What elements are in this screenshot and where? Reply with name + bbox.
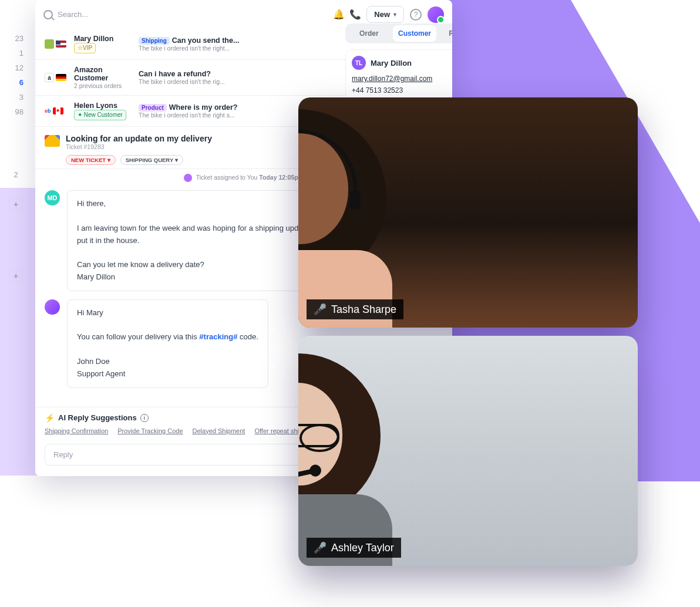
customer-name: Mary Dillon bbox=[74, 35, 133, 43]
bell-icon[interactable]: 🔔 bbox=[334, 9, 344, 20]
product-tag: Product bbox=[139, 104, 167, 112]
tab-return[interactable]: Return bbox=[438, 25, 452, 42]
info-icon[interactable]: i bbox=[140, 414, 149, 422]
flag-ca-icon bbox=[53, 107, 63, 114]
count-2[interactable]: 2 bbox=[14, 170, 18, 179]
help-icon[interactable]: ? bbox=[410, 9, 422, 21]
tracking-link[interactable]: #tracking# bbox=[199, 332, 237, 341]
agent-avatar bbox=[45, 299, 60, 315]
mic-muted-icon: 🎤 bbox=[314, 303, 327, 316]
customer-name: Amazon Customer bbox=[74, 66, 133, 82]
ebay-icon: eb bbox=[45, 109, 51, 114]
customer-avatar: MD bbox=[45, 190, 60, 205]
new-button[interactable]: New▾ bbox=[366, 6, 404, 23]
video-participant-2: 🎤 Ashley Taylor bbox=[298, 336, 638, 566]
count-98[interactable]: 98 bbox=[15, 107, 23, 116]
phone-icon[interactable]: 📞 bbox=[350, 9, 361, 20]
shipping-query-chip[interactable]: SHIPPING QUERY ▾ bbox=[120, 155, 183, 165]
bolt-icon: ⚡ bbox=[45, 413, 55, 423]
search-icon bbox=[43, 10, 53, 19]
count-1[interactable]: 1 bbox=[19, 49, 23, 58]
ai-suggestion[interactable]: Provide Tracking Code bbox=[117, 427, 183, 434]
customer-name: Helen Lyons bbox=[74, 102, 133, 110]
count-12[interactable]: 12 bbox=[15, 63, 23, 72]
customer-card: TL Mary Dillon ⋮ mary.dillon72@gmail.com… bbox=[345, 49, 452, 101]
customer-initials: TL bbox=[352, 56, 366, 70]
amazon-icon: a bbox=[45, 73, 54, 82]
agent-message: Hi Mary You can follow your delivery via… bbox=[67, 299, 268, 388]
shipping-tag: Shipping bbox=[139, 37, 170, 45]
ai-heading: AI Reply Suggestions bbox=[58, 413, 137, 422]
gmail-icon bbox=[45, 135, 60, 147]
vip-badge: ☆VIP bbox=[74, 43, 96, 53]
chevron-down-icon: ▾ bbox=[393, 11, 396, 18]
flag-us-icon bbox=[56, 41, 66, 48]
customer-email[interactable]: mary.dillon72@gmail.com bbox=[352, 75, 452, 83]
ticket-preview: The bike i ordered isn't the right... bbox=[139, 45, 348, 52]
tab-customer[interactable]: Customer bbox=[393, 25, 437, 42]
search-input[interactable]: Search... bbox=[58, 10, 88, 19]
add-folder-button[interactable]: + bbox=[9, 198, 22, 211]
ticket-preview: The bike i ordered isn't the rig... bbox=[139, 78, 348, 85]
count-3[interactable]: 3 bbox=[19, 93, 23, 102]
shopify-icon bbox=[45, 39, 54, 49]
add-folder-button-2[interactable]: + bbox=[9, 269, 22, 282]
ai-suggestion[interactable]: Delayed Shipment bbox=[193, 427, 245, 434]
count-6[interactable]: 6 bbox=[19, 78, 23, 87]
new-ticket-chip[interactable]: NEW TICKET ▾ bbox=[66, 155, 116, 165]
new-customer-badge: ✦ New Customer bbox=[74, 110, 126, 120]
ai-suggestion[interactable]: Shipping Confirmation bbox=[45, 427, 108, 434]
customer-phone: +44 7513 32523 bbox=[352, 86, 452, 95]
video-participant-1: 🎤 Tasha Sharpe bbox=[298, 97, 638, 328]
agent-avatar-icon bbox=[184, 174, 192, 182]
flag-de-icon bbox=[56, 74, 66, 81]
count-23[interactable]: 23 bbox=[15, 34, 23, 43]
user-avatar[interactable] bbox=[428, 6, 444, 23]
ticket-title: Can i have a refund? bbox=[139, 70, 348, 78]
customer-sub: 2 previous orders bbox=[74, 82, 133, 89]
participant-name: Ashley Taylor bbox=[331, 542, 394, 554]
customer-name: Mary Dillon bbox=[371, 59, 412, 68]
participant-name: Tasha Sharpe bbox=[331, 304, 396, 316]
tab-order[interactable]: Order bbox=[347, 25, 391, 42]
mic-muted-icon: 🎤 bbox=[314, 541, 327, 554]
